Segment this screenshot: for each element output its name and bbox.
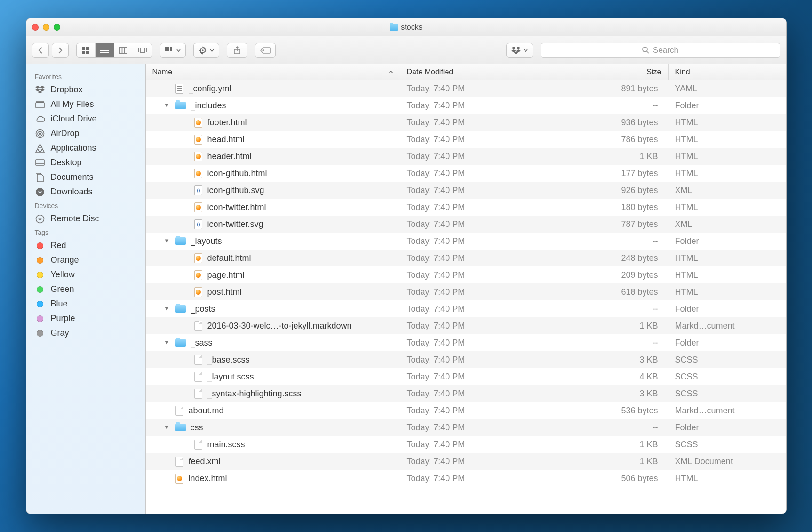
file-date: Today, 7:40 PM xyxy=(400,236,579,246)
sidebar-item[interactable]: Documents xyxy=(26,170,145,185)
search-field[interactable]: Search xyxy=(541,43,780,58)
disclosure-triangle-icon[interactable]: ▼ xyxy=(163,102,171,109)
file-kind: XML xyxy=(669,185,786,195)
file-row[interactable]: ▼cssToday, 7:40 PM--Folder xyxy=(146,419,786,436)
sidebar-item[interactable]: Desktop xyxy=(26,155,145,170)
sidebar-item[interactable]: AirDrop xyxy=(26,126,145,141)
file-size: 1 KB xyxy=(579,440,669,450)
file-size: 177 bytes xyxy=(579,169,669,178)
sidebar-item[interactable]: Green xyxy=(26,282,145,297)
action-button[interactable] xyxy=(193,43,219,58)
file-date: Today, 7:40 PM xyxy=(400,389,579,399)
file-row[interactable]: _syntax-highlighting.scssToday, 7:40 PM3… xyxy=(146,385,786,402)
search-icon xyxy=(642,47,649,54)
sidebar-item[interactable]: Yellow xyxy=(26,267,145,282)
file-row[interactable]: ▼_layoutsToday, 7:40 PM--Folder xyxy=(146,233,786,250)
file-row[interactable]: ▼_includesToday, 7:40 PM--Folder xyxy=(146,97,786,114)
finder-window: stocks xyxy=(26,18,787,514)
column-size[interactable]: Size xyxy=(579,64,669,80)
desktop-icon xyxy=(35,159,45,167)
back-button[interactable] xyxy=(32,43,49,58)
file-row[interactable]: ⟨⟩icon-twitter.svgToday, 7:40 PM787 byte… xyxy=(146,216,786,233)
chevron-down-icon xyxy=(524,49,528,52)
file-row[interactable]: default.htmlToday, 7:40 PM248 bytesHTML xyxy=(146,250,786,266)
sidebar-item-label: Remote Disc xyxy=(51,214,99,224)
file-row[interactable]: head.htmlToday, 7:40 PM786 bytesHTML xyxy=(146,131,786,148)
file-row[interactable]: header.htmlToday, 7:40 PM1 KBHTML xyxy=(146,148,786,165)
column-name[interactable]: Name xyxy=(146,64,400,80)
file-row[interactable]: main.scssToday, 7:40 PM1 KBSCSS xyxy=(146,436,786,453)
window-title: stocks xyxy=(26,23,786,32)
sidebar-item[interactable]: Remote Disc xyxy=(26,211,145,226)
file-icon xyxy=(194,168,203,178)
disclosure-triangle-icon[interactable]: ▼ xyxy=(163,237,171,244)
share-button[interactable] xyxy=(227,43,247,58)
file-row[interactable]: ▼_sassToday, 7:40 PM--Folder xyxy=(146,334,786,351)
column-kind-label: Kind xyxy=(675,68,690,76)
arrange-button[interactable] xyxy=(160,43,186,58)
disclosure-triangle-icon[interactable]: ▼ xyxy=(163,305,171,312)
file-row[interactable]: footer.htmlToday, 7:40 PM936 bytesHTML xyxy=(146,114,786,131)
file-row[interactable]: page.htmlToday, 7:40 PM209 bytesHTML xyxy=(146,266,786,283)
file-icon xyxy=(194,202,203,212)
sidebar-item[interactable]: All My Files xyxy=(26,97,145,112)
file-row[interactable]: 2016-03-30-welc…-to-jekyll.markdownToday… xyxy=(146,317,786,334)
file-date: Today, 7:40 PM xyxy=(400,169,579,178)
close-button[interactable] xyxy=(32,24,39,31)
column-date[interactable]: Date Modified xyxy=(400,64,579,80)
file-row[interactable]: post.htmlToday, 7:40 PM618 bytesHTML xyxy=(146,283,786,300)
zoom-button[interactable] xyxy=(54,24,60,31)
sidebar-item[interactable]: Purple xyxy=(26,311,145,326)
sidebar-item[interactable]: Dropbox xyxy=(26,82,145,97)
svg-rect-10 xyxy=(141,48,144,53)
file-size: 1 KB xyxy=(579,457,669,467)
file-row[interactable]: ⟨⟩icon-github.svgToday, 7:40 PM926 bytes… xyxy=(146,182,786,199)
disclosure-triangle-icon[interactable]: ▼ xyxy=(163,339,171,346)
file-date: Today, 7:40 PM xyxy=(400,423,579,433)
tags-button[interactable] xyxy=(255,43,276,58)
file-row[interactable]: icon-github.htmlToday, 7:40 PM177 bytesH… xyxy=(146,165,786,182)
view-coverflow-button[interactable] xyxy=(133,43,152,57)
file-row[interactable]: about.mdToday, 7:40 PM536 bytesMarkd…cum… xyxy=(146,402,786,419)
file-date: Today, 7:40 PM xyxy=(400,135,579,145)
minimize-button[interactable] xyxy=(43,24,49,31)
view-columns-button[interactable] xyxy=(114,43,133,57)
file-row[interactable]: ▼_postsToday, 7:40 PM--Folder xyxy=(146,300,786,317)
dropbox-toolbar-button[interactable] xyxy=(506,43,533,58)
file-row[interactable]: icon-twitter.htmlToday, 7:40 PM180 bytes… xyxy=(146,199,786,216)
apps-icon xyxy=(35,144,45,153)
disclosure-triangle-icon[interactable]: ▼ xyxy=(163,424,171,431)
file-row[interactable]: index.htmlToday, 7:40 PM506 bytesHTML xyxy=(146,470,786,487)
tag-dot xyxy=(35,242,45,249)
view-icons-button[interactable] xyxy=(77,43,96,57)
file-size: -- xyxy=(579,423,669,433)
file-name: icon-github.html xyxy=(207,169,267,178)
file-row[interactable]: _base.scssToday, 7:40 PM3 KBSCSS xyxy=(146,351,786,368)
file-row[interactable]: _config.ymlToday, 7:40 PM891 bytesYAML xyxy=(146,80,786,97)
sidebar-item[interactable]: Downloads xyxy=(26,185,145,199)
file-row[interactable]: feed.xmlToday, 7:40 PM1 KBXML Document xyxy=(146,453,786,470)
file-row[interactable]: _layout.scssToday, 7:40 PM4 KBSCSS xyxy=(146,368,786,385)
file-size: 786 bytes xyxy=(579,135,669,145)
forward-button[interactable] xyxy=(52,43,69,58)
column-kind[interactable]: Kind xyxy=(669,64,786,80)
view-list-button[interactable] xyxy=(96,43,114,57)
file-size: -- xyxy=(579,236,669,246)
sidebar-item-label: Orange xyxy=(51,255,79,265)
file-name: default.html xyxy=(207,253,251,263)
file-name: main.scss xyxy=(207,440,245,450)
file-rows[interactable]: _config.ymlToday, 7:40 PM891 bytesYAML▼_… xyxy=(146,80,786,514)
svg-point-27 xyxy=(39,133,40,134)
sidebar-item[interactable]: iCloud Drive xyxy=(26,112,145,126)
sidebar-item[interactable]: Blue xyxy=(26,297,145,311)
sidebar-item[interactable]: Orange xyxy=(26,253,145,267)
file-icon xyxy=(194,439,203,450)
sidebar-item[interactable]: Gray xyxy=(26,326,145,340)
sidebar-item[interactable]: Applications xyxy=(26,141,145,155)
tag-dot xyxy=(35,301,45,307)
file-icon xyxy=(194,117,203,128)
svg-rect-4 xyxy=(100,48,109,48)
sidebar-item[interactable]: Red xyxy=(26,238,145,253)
file-size: 180 bytes xyxy=(579,202,669,212)
file-date: Today, 7:40 PM xyxy=(400,287,579,297)
